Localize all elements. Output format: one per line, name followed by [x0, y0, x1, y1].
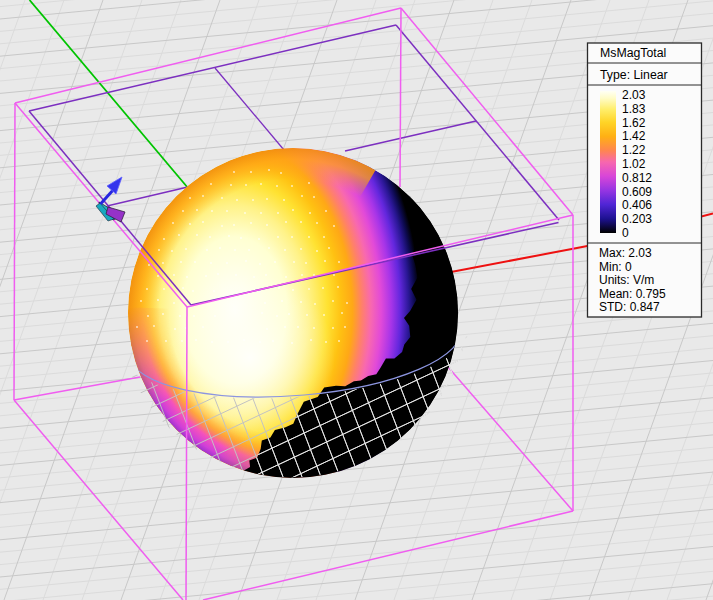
svg-text:STD: 0.847: STD: 0.847: [599, 300, 660, 314]
svg-text:1.42: 1.42: [622, 129, 646, 143]
svg-text:0.609: 0.609: [622, 185, 652, 199]
svg-text:1.83: 1.83: [622, 102, 646, 116]
svg-text:1.62: 1.62: [622, 116, 646, 130]
svg-text:Mean: 0.795: Mean: 0.795: [599, 287, 666, 301]
svg-text:1.02: 1.02: [622, 157, 646, 171]
svg-text:1.22: 1.22: [622, 143, 646, 157]
svg-text:0.203: 0.203: [622, 212, 652, 226]
svg-text:2.03: 2.03: [622, 88, 646, 102]
svg-text:Units: V/m: Units: V/m: [599, 273, 654, 287]
svg-text:0.812: 0.812: [622, 171, 652, 185]
svg-text:Min: 0: Min: 0: [599, 260, 632, 274]
svg-text:MsMagTotal: MsMagTotal: [600, 46, 666, 60]
svg-text:Type: Linear: Type: Linear: [600, 68, 668, 82]
svg-text:0: 0: [622, 226, 629, 240]
svg-text:Max: 2.03: Max: 2.03: [599, 246, 652, 260]
svg-text:0.406: 0.406: [622, 198, 652, 212]
